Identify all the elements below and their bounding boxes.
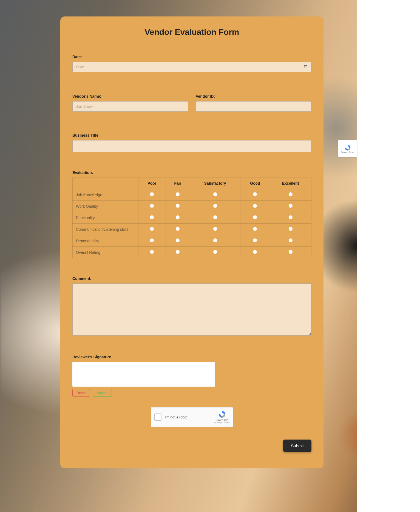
evaluation-option-cell xyxy=(138,224,166,235)
evaluation-radio[interactable] xyxy=(150,250,154,254)
evaluation-option-cell xyxy=(166,247,190,258)
evaluation-radio[interactable] xyxy=(150,204,154,208)
evaluation-option-cell xyxy=(270,212,311,224)
evaluation-table: Poor Fair Satisfactory Good Excellent Jo… xyxy=(72,178,311,258)
date-input[interactable] xyxy=(72,62,311,72)
evaluation-radio[interactable] xyxy=(213,250,217,254)
evaluation-row-label: Punctuality xyxy=(73,212,138,224)
evaluation-radio[interactable] xyxy=(289,250,293,254)
evaluation-row-label: Job Knowledge xyxy=(73,189,138,201)
evaluation-radio[interactable] xyxy=(176,215,180,219)
evaluation-radio[interactable] xyxy=(253,192,257,196)
evaluation-option-cell xyxy=(138,235,166,247)
evaluation-radio[interactable] xyxy=(289,238,293,242)
col-satis: Satisfactory xyxy=(190,178,240,189)
evaluation-option-cell xyxy=(190,224,240,235)
evaluation-radio[interactable] xyxy=(176,192,180,196)
evaluation-radio[interactable] xyxy=(213,204,217,208)
evaluation-option-cell xyxy=(166,212,190,224)
evaluation-option-cell xyxy=(240,201,270,212)
vendor-id-input[interactable] xyxy=(196,101,311,112)
svg-rect-0 xyxy=(304,65,307,68)
evaluation-option-cell xyxy=(240,224,270,235)
table-row: Overall Rating xyxy=(73,247,311,258)
evaluation-radio[interactable] xyxy=(289,227,293,231)
calendar-icon[interactable] xyxy=(304,65,308,69)
evaluation-radio[interactable] xyxy=(289,215,293,219)
evaluation-row-label: Communication/Listening skills xyxy=(73,224,138,235)
business-title-input[interactable] xyxy=(72,140,311,152)
evaluation-option-cell xyxy=(138,212,166,224)
evaluation-radio[interactable] xyxy=(253,227,257,231)
table-row: Work Quality xyxy=(73,201,311,212)
evaluation-option-cell xyxy=(270,235,311,247)
business-title-label: Business Title: xyxy=(72,133,311,137)
evaluation-option-cell xyxy=(240,247,270,258)
evaluation-option-cell xyxy=(240,235,270,247)
table-row: Punctuality xyxy=(73,212,311,224)
vendor-id-label: Vendor ID: xyxy=(196,94,311,99)
evaluation-option-cell xyxy=(190,189,240,201)
recaptcha-checkbox[interactable] xyxy=(154,413,161,421)
submit-button[interactable]: Submit xyxy=(283,440,311,452)
col-fair: Fair xyxy=(166,178,190,189)
accept-button[interactable]: Accept xyxy=(93,389,112,397)
evaluation-radio[interactable] xyxy=(213,215,217,219)
evaluation-label: Evaluation: xyxy=(72,170,311,175)
evaluation-option-cell xyxy=(138,247,166,258)
recaptcha-terms-text: Privacy - Terms xyxy=(341,151,354,153)
evaluation-radio[interactable] xyxy=(176,238,180,242)
table-row: Communication/Listening skills xyxy=(73,224,311,235)
evaluation-row-label: Work Quality xyxy=(73,201,138,212)
evaluation-row-label: Overall Rating xyxy=(73,247,138,258)
table-row: Dependability xyxy=(73,235,311,247)
evaluation-radio[interactable] xyxy=(176,250,180,254)
vendor-evaluation-form: Vendor Evaluation Form Date: Vendor's Na… xyxy=(60,16,323,468)
vendor-name-input[interactable] xyxy=(72,101,188,112)
evaluation-radio[interactable] xyxy=(253,215,257,219)
evaluation-radio[interactable] xyxy=(150,192,154,196)
evaluation-option-cell xyxy=(190,201,240,212)
comment-textarea[interactable] xyxy=(72,283,311,336)
evaluation-option-cell xyxy=(166,201,190,212)
evaluation-option-cell xyxy=(190,212,240,224)
comment-label: Comment: xyxy=(72,276,311,281)
evaluation-radio[interactable] xyxy=(289,192,293,196)
evaluation-radio[interactable] xyxy=(213,238,217,242)
reset-button[interactable]: Reset xyxy=(72,389,90,397)
evaluation-radio[interactable] xyxy=(176,204,180,208)
date-label: Date: xyxy=(72,55,311,59)
evaluation-radio[interactable] xyxy=(253,238,257,242)
col-exc: Excellent xyxy=(270,178,311,189)
evaluation-radio[interactable] xyxy=(150,238,154,242)
evaluation-option-cell xyxy=(270,201,311,212)
evaluation-radio[interactable] xyxy=(253,204,257,208)
evaluation-radio[interactable] xyxy=(176,227,180,231)
evaluation-radio[interactable] xyxy=(253,250,257,254)
evaluation-option-cell xyxy=(270,224,311,235)
evaluation-radio[interactable] xyxy=(213,227,217,231)
evaluation-option-cell xyxy=(190,235,240,247)
evaluation-option-cell xyxy=(138,189,166,201)
recaptcha-side-badge[interactable]: Privacy - Terms xyxy=(338,140,357,157)
evaluation-row-label: Dependability xyxy=(73,235,138,247)
signature-label: Reviewer's Signature xyxy=(72,355,311,359)
recaptcha-logo: reCAPTCHA Privacy - Terms xyxy=(214,410,229,424)
signature-pad[interactable] xyxy=(72,362,215,387)
evaluation-option-cell xyxy=(270,247,311,258)
table-row: Job Knowledge xyxy=(73,189,311,201)
evaluation-option-cell xyxy=(240,212,270,224)
evaluation-radio[interactable] xyxy=(213,192,217,196)
col-good: Good xyxy=(240,178,270,189)
evaluation-radio[interactable] xyxy=(289,204,293,208)
evaluation-option-cell xyxy=(240,189,270,201)
evaluation-option-cell xyxy=(138,201,166,212)
recaptcha-text: I'm not a robot xyxy=(165,415,211,419)
recaptcha-widget[interactable]: I'm not a robot reCAPTCHA Privacy - Term… xyxy=(151,407,233,427)
evaluation-option-cell xyxy=(166,224,190,235)
evaluation-radio[interactable] xyxy=(150,215,154,219)
evaluation-radio[interactable] xyxy=(150,227,154,231)
col-poor: Poor xyxy=(138,178,166,189)
recaptcha-terms-text: Privacy - Terms xyxy=(214,421,229,424)
evaluation-option-cell xyxy=(166,189,190,201)
